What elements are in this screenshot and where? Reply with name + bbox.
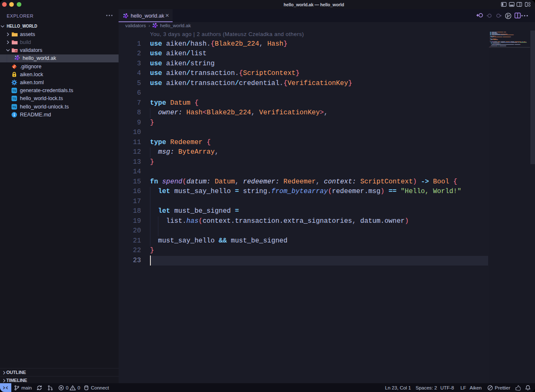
svg-text:TS: TS (12, 97, 16, 101)
svg-text:TS: TS (12, 105, 16, 109)
svg-text:TS: TS (12, 89, 16, 93)
